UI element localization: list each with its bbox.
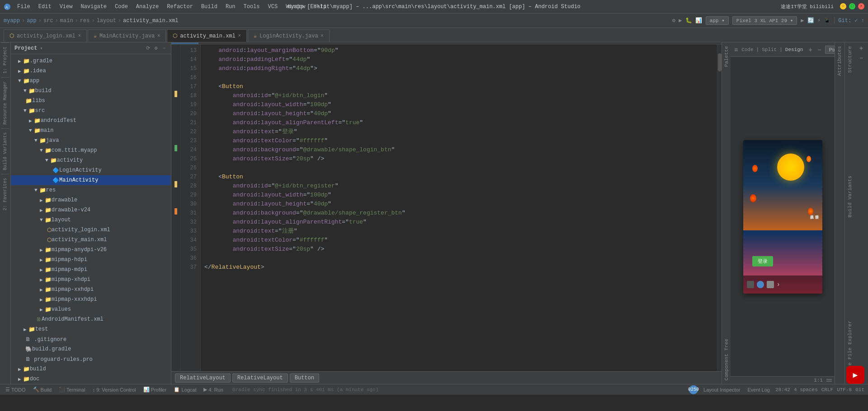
tree-xml-login[interactable]: ⬡ activity_login.xml bbox=[11, 225, 171, 235]
design-mode-design[interactable]: Design bbox=[785, 47, 803, 52]
breadcrumb-file[interactable]: activity_main.xml bbox=[123, 18, 178, 24]
left-tab-build-variants[interactable]: Build Variants bbox=[1, 128, 9, 174]
tree-layout[interactable]: ▼📁 layout bbox=[11, 215, 171, 225]
breadcrumb-myapp[interactable]: myapp bbox=[4, 18, 20, 24]
design-mode-split[interactable]: Code bbox=[741, 47, 753, 52]
menu-edit[interactable]: Edit bbox=[35, 3, 55, 11]
menu-file[interactable]: File bbox=[14, 3, 34, 11]
resize-handle[interactable] bbox=[826, 379, 832, 382]
structure-tab[interactable]: Structure bbox=[845, 42, 854, 76]
menu-navigate[interactable]: Navigate bbox=[77, 3, 110, 11]
menu-code[interactable]: Code bbox=[111, 3, 132, 11]
maximize-button[interactable]: □ bbox=[849, 3, 855, 9]
palette-tab[interactable]: Palette bbox=[722, 42, 731, 70]
terminal-btn[interactable]: ⬛ Terminal bbox=[57, 387, 87, 392]
tree-mipmap-xhdpi[interactable]: ▶📁 mipmap-xhdpi bbox=[11, 275, 171, 285]
tree-package[interactable]: ▼📁 com.ttit.myapp bbox=[11, 145, 171, 155]
todo-btn[interactable]: ☰ TODO bbox=[4, 387, 28, 392]
code-body[interactable]: android:layout_marginBottom="90dp" andro… bbox=[201, 44, 717, 371]
tree-doc[interactable]: ▶📁 doc bbox=[11, 374, 171, 384]
tree-test[interactable]: ▶📁 test bbox=[11, 324, 171, 334]
component-tree-tab[interactable]: Component Tree bbox=[722, 335, 731, 384]
tree-res[interactable]: ▼📁 res bbox=[11, 185, 171, 195]
minimize-button[interactable]: − bbox=[840, 3, 846, 9]
tree-gradle[interactable]: ▶📁 .gradle bbox=[11, 56, 171, 66]
tab-close-activity-main[interactable]: × bbox=[238, 33, 241, 38]
minus-btn[interactable]: − bbox=[859, 54, 863, 61]
tree-activity-folder[interactable]: ▼📁 activity bbox=[11, 155, 171, 165]
tab-close-mainactivity[interactable]: × bbox=[157, 33, 160, 38]
tree-main[interactable]: ▼📁 main bbox=[11, 126, 171, 135]
tree-app[interactable]: ▼📁 app bbox=[11, 76, 171, 86]
tree-mipmap-xxhdpi[interactable]: ▶📁 mipmap-xxhdpi bbox=[11, 285, 171, 294]
breadcrumb-relativelayout2[interactable]: RelativeLayout bbox=[232, 374, 288, 383]
tree-idea[interactable]: ▶📁 .idea bbox=[11, 66, 171, 76]
tree-mipmap-hdpi[interactable]: ▶📁 mipmap-hdpi bbox=[11, 255, 171, 265]
tab-close-loginactivity[interactable]: × bbox=[321, 33, 324, 38]
tree-java[interactable]: ▼📁 java bbox=[11, 135, 171, 145]
breadcrumb-src[interactable]: src bbox=[43, 18, 53, 24]
sidebar-icon-settings[interactable]: ⚙ bbox=[153, 45, 159, 51]
code-editor[interactable]: 13 14 15 16 17 18 19 20 21 22 23 24 25 2… bbox=[171, 42, 722, 384]
close-button[interactable]: × bbox=[858, 3, 864, 9]
tree-values[interactable]: ▶📁 values bbox=[11, 304, 171, 314]
breadcrumb-res[interactable]: res bbox=[80, 18, 90, 24]
tree-gitignore-app[interactable]: 🗎 .gitignore bbox=[11, 334, 171, 344]
tree-loginactivity[interactable]: 🔷 LoginActivity bbox=[11, 165, 171, 175]
tree-build[interactable]: ▼📁 build bbox=[11, 86, 171, 96]
tree-androidtest[interactable]: ▶📁 androidTest bbox=[11, 116, 171, 126]
tab-activity-main[interactable]: ⬡ activity_main.xml × bbox=[167, 29, 246, 42]
attributes-tab[interactable]: Attributes bbox=[835, 42, 844, 79]
menu-vcs[interactable]: VCS bbox=[264, 3, 282, 11]
tree-build-gradle[interactable]: 🐘 build.gradle bbox=[11, 344, 171, 354]
design-mode-split-btn[interactable]: Split bbox=[762, 47, 777, 52]
left-tab-resource[interactable]: Resource Manager bbox=[1, 77, 9, 128]
build-variants-tab[interactable]: Build Variants bbox=[845, 172, 854, 221]
tree-libs[interactable]: 📁 libs bbox=[11, 96, 171, 106]
tree-drawable[interactable]: ▶📁 drawable bbox=[11, 195, 171, 205]
tree-drawable-v24[interactable]: ▶📁 drawable-v24 bbox=[11, 205, 171, 215]
build-btn[interactable]: 🔨 Build bbox=[31, 387, 53, 392]
run-btn[interactable]: ▶ 4: Run bbox=[202, 387, 225, 392]
tree-mipmap-anydpi[interactable]: ▶📁 mipmap-anydpi-v26 bbox=[11, 245, 171, 255]
breadcrumb-button[interactable]: Button bbox=[290, 374, 319, 383]
tree-mainactivity[interactable]: 🔷 MainActivity bbox=[11, 175, 171, 185]
sidebar-icon-sync[interactable]: ⟳ bbox=[145, 45, 151, 51]
sidebar-dropdown[interactable]: ▾ bbox=[40, 46, 42, 51]
menu-build[interactable]: Build bbox=[198, 3, 221, 11]
left-tab-project[interactable]: 1: Project bbox=[1, 42, 9, 77]
tab-activity-login[interactable]: ⬡ activity_login.xml × bbox=[4, 29, 87, 42]
menu-run[interactable]: Run bbox=[222, 3, 239, 11]
youtube-icon[interactable]: ▶ bbox=[846, 366, 864, 384]
tree-proguard[interactable]: 🗎 proguard-rules.pro bbox=[11, 354, 171, 364]
badge-number[interactable]: 0250 bbox=[689, 385, 698, 394]
left-tab-favorites[interactable]: 2: Favorites bbox=[1, 174, 9, 214]
version-control-btn[interactable]: ↕ 9: Version Control bbox=[91, 387, 138, 392]
zoom-in-btn[interactable]: + bbox=[807, 45, 814, 54]
editor-scrollbar[interactable] bbox=[717, 44, 722, 371]
menu-tools[interactable]: Tools bbox=[240, 3, 264, 11]
tree-src[interactable]: ▼📁 src bbox=[11, 106, 171, 116]
tab-close-activity-login[interactable]: × bbox=[78, 33, 81, 38]
menu-analyze[interactable]: Analyze bbox=[132, 3, 162, 11]
tree-build-root[interactable]: ▶📁 build bbox=[11, 364, 171, 374]
sidebar-icon-minimize[interactable]: − bbox=[161, 45, 167, 51]
breadcrumb-relativelayout1[interactable]: RelativeLayout bbox=[175, 374, 231, 383]
zoom-out-btn[interactable]: − bbox=[816, 45, 823, 54]
device-selector[interactable]: Pixel 3 XL API 29 ▾ bbox=[732, 16, 797, 25]
logcat-btn[interactable]: 📋 Logcat bbox=[172, 387, 198, 392]
menu-view[interactable]: View bbox=[56, 3, 76, 11]
add-component-btn[interactable]: + bbox=[859, 44, 863, 52]
app-selector[interactable]: app ▾ bbox=[706, 16, 729, 25]
tree-mipmap-mdpi[interactable]: ▶📁 mipmap-mdpi bbox=[11, 265, 171, 275]
event-log-btn[interactable]: Event Log bbox=[745, 387, 772, 392]
tree-manifest[interactable]: 🗎 AndroidManifest.xml bbox=[11, 314, 171, 324]
menu-refactor[interactable]: Refactor bbox=[163, 3, 197, 11]
tree-mipmap-xxxhdpi[interactable]: ▶📁 mipmap-xxxhdpi bbox=[11, 294, 171, 304]
tree-xml-main[interactable]: ⬡ activity_main.xml bbox=[11, 235, 171, 245]
tab-mainactivity[interactable]: ☕ MainActivity.java × bbox=[88, 29, 166, 42]
breadcrumb-main[interactable]: main bbox=[60, 18, 73, 24]
layout-inspector-btn[interactable]: Layout Inspector bbox=[702, 387, 742, 392]
profiler-btn[interactable]: 📊 Profiler bbox=[142, 387, 169, 392]
breadcrumb-app[interactable]: app bbox=[27, 18, 37, 24]
